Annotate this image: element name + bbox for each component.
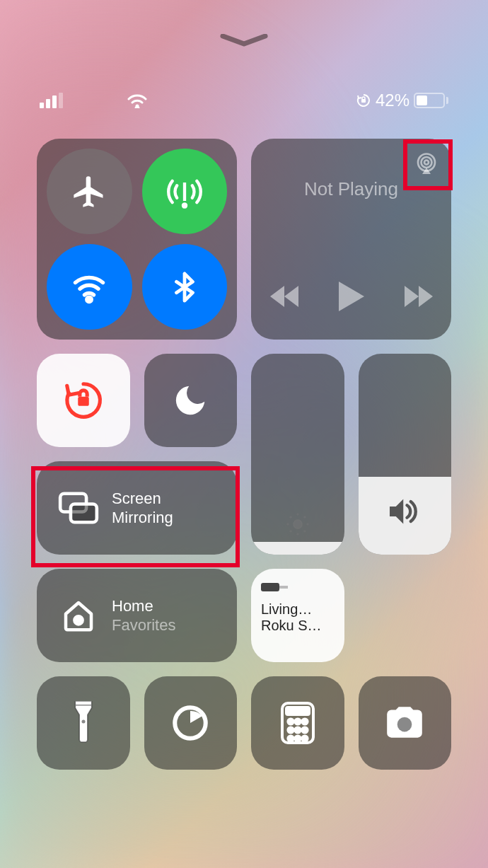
home-sublabel: Favorites [112, 615, 175, 635]
svg-point-10 [286, 523, 289, 526]
collapse-chevron[interactable] [219, 34, 269, 47]
timer-button[interactable] [144, 676, 238, 770]
svg-point-11 [306, 523, 309, 526]
volume-icon [387, 497, 422, 526]
svg-point-9 [296, 533, 299, 536]
connectivity-group[interactable] [37, 139, 237, 340]
svg-point-14 [289, 530, 292, 533]
calculator-button[interactable] [251, 676, 344, 770]
svg-rect-25 [286, 707, 309, 714]
brightness-icon [283, 509, 313, 539]
rewind-button[interactable] [270, 286, 298, 307]
svg-point-29 [288, 727, 293, 732]
volume-slider[interactable] [359, 354, 452, 555]
svg-point-34 [302, 736, 307, 741]
svg-point-28 [302, 719, 307, 724]
cellular-signal-icon [40, 93, 63, 108]
bluetooth-button[interactable] [142, 244, 228, 330]
svg-point-4 [422, 157, 432, 168]
svg-point-26 [288, 719, 293, 724]
media-title: Not Playing [304, 178, 398, 200]
wifi-icon [127, 93, 148, 108]
home-label: Home [112, 596, 175, 616]
camera-button[interactable] [359, 676, 452, 770]
svg-point-22 [81, 720, 85, 724]
home-button[interactable]: Home Favorites [37, 569, 237, 662]
svg-point-32 [288, 736, 293, 741]
brightness-slider[interactable] [251, 354, 344, 555]
svg-point-19 [77, 619, 80, 622]
airplane-mode-button[interactable] [47, 149, 132, 234]
media-controls-group[interactable]: Not Playing [251, 139, 451, 340]
do-not-disturb-button[interactable] [144, 354, 238, 447]
cellular-data-button[interactable] [142, 149, 228, 234]
svg-point-35 [397, 717, 412, 732]
screen-mirroring-button[interactable]: Screen Mirroring [37, 461, 237, 555]
screen-mirroring-label-1: Screen [112, 489, 173, 509]
svg-rect-20 [261, 583, 279, 591]
svg-point-27 [295, 719, 300, 724]
svg-point-5 [424, 161, 429, 165]
forward-button[interactable] [405, 286, 433, 307]
battery-percent: 42% [376, 91, 409, 110]
screen-mirroring-label-2: Mirroring [112, 508, 173, 528]
play-button[interactable] [338, 282, 365, 311]
orientation-lock-icon [356, 93, 371, 108]
device-label-2: Roku S… [261, 618, 335, 634]
svg-point-8 [296, 513, 299, 516]
svg-point-30 [295, 727, 300, 732]
screen-mirroring-icon [54, 491, 103, 525]
svg-point-33 [295, 736, 300, 741]
airplay-icon[interactable] [412, 149, 441, 178]
device-label-1: Living… [261, 601, 335, 618]
home-icon [54, 596, 103, 635]
svg-rect-6 [78, 397, 89, 406]
svg-point-13 [303, 516, 306, 519]
device-tile-roku[interactable]: Living… Roku S… [251, 569, 344, 662]
svg-point-2 [87, 297, 92, 302]
svg-point-12 [289, 516, 292, 519]
flashlight-button[interactable] [37, 676, 130, 770]
status-bar: 42% [0, 91, 488, 110]
svg-point-7 [294, 520, 302, 528]
battery-icon [414, 93, 448, 108]
svg-rect-17 [71, 504, 97, 522]
svg-point-15 [303, 530, 306, 533]
svg-rect-1 [361, 99, 366, 103]
svg-point-31 [302, 727, 307, 732]
device-icon [261, 580, 289, 594]
svg-rect-21 [279, 586, 288, 589]
orientation-lock-button[interactable] [37, 354, 130, 447]
svg-point-0 [136, 105, 139, 108]
wifi-button[interactable] [47, 244, 132, 330]
